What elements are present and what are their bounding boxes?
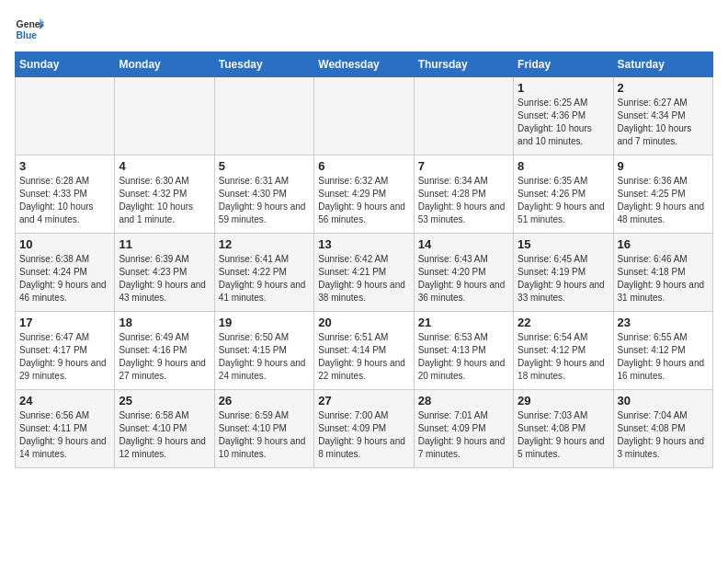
calendar-cell: 12Sunrise: 6:41 AM Sunset: 4:22 PM Dayli… <box>214 234 313 312</box>
calendar-cell: 10Sunrise: 6:38 AM Sunset: 4:24 PM Dayli… <box>16 234 115 312</box>
day-info: Sunrise: 7:00 AM Sunset: 4:09 PM Dayligh… <box>318 409 409 461</box>
week-row-5: 24Sunrise: 6:56 AM Sunset: 4:11 PM Dayli… <box>16 390 713 468</box>
calendar-cell: 1Sunrise: 6:25 AM Sunset: 4:36 PM Daylig… <box>514 77 613 155</box>
calendar-cell: 11Sunrise: 6:39 AM Sunset: 4:23 PM Dayli… <box>115 234 214 312</box>
day-number: 25 <box>119 394 210 408</box>
day-number: 13 <box>318 237 409 251</box>
calendar-cell: 8Sunrise: 6:35 AM Sunset: 4:26 PM Daylig… <box>514 155 613 234</box>
day-number: 10 <box>19 237 110 251</box>
day-info: Sunrise: 6:51 AM Sunset: 4:14 PM Dayligh… <box>318 331 409 383</box>
day-number: 28 <box>418 394 509 408</box>
logo-icon: General Blue <box>15 15 44 44</box>
calendar-cell: 19Sunrise: 6:50 AM Sunset: 4:15 PM Dayli… <box>214 312 313 390</box>
day-number: 14 <box>418 237 509 251</box>
calendar-cell: 28Sunrise: 7:01 AM Sunset: 4:09 PM Dayli… <box>414 390 513 468</box>
week-row-4: 17Sunrise: 6:47 AM Sunset: 4:17 PM Dayli… <box>16 312 713 390</box>
calendar-cell: 15Sunrise: 6:45 AM Sunset: 4:19 PM Dayli… <box>514 234 613 312</box>
day-info: Sunrise: 7:03 AM Sunset: 4:08 PM Dayligh… <box>518 409 609 461</box>
day-header-thursday: Thursday <box>414 52 513 77</box>
calendar-cell: 20Sunrise: 6:51 AM Sunset: 4:14 PM Dayli… <box>314 312 414 390</box>
day-number: 23 <box>618 316 709 329</box>
day-number: 7 <box>418 159 509 173</box>
day-info: Sunrise: 6:36 AM Sunset: 4:25 PM Dayligh… <box>618 175 709 226</box>
calendar-cell: 27Sunrise: 7:00 AM Sunset: 4:09 PM Dayli… <box>314 390 414 468</box>
calendar-cell <box>115 77 214 155</box>
day-info: Sunrise: 6:46 AM Sunset: 4:18 PM Dayligh… <box>618 253 709 304</box>
day-number: 2 <box>618 81 709 95</box>
day-header-wednesday: Wednesday <box>314 52 414 77</box>
day-header-friday: Friday <box>514 52 613 77</box>
calendar-cell: 18Sunrise: 6:49 AM Sunset: 4:16 PM Dayli… <box>115 312 214 390</box>
day-number: 17 <box>19 316 110 329</box>
day-number: 26 <box>219 394 310 408</box>
calendar-cell: 3Sunrise: 6:28 AM Sunset: 4:33 PM Daylig… <box>16 155 115 234</box>
day-info: Sunrise: 6:53 AM Sunset: 4:13 PM Dayligh… <box>418 331 509 383</box>
calendar-cell: 2Sunrise: 6:27 AM Sunset: 4:34 PM Daylig… <box>613 77 712 155</box>
calendar-cell: 17Sunrise: 6:47 AM Sunset: 4:17 PM Dayli… <box>16 312 115 390</box>
week-row-3: 10Sunrise: 6:38 AM Sunset: 4:24 PM Dayli… <box>16 234 713 312</box>
day-number: 24 <box>19 394 110 408</box>
calendar-table: SundayMondayTuesdayWednesdayThursdayFrid… <box>15 52 713 468</box>
day-info: Sunrise: 6:54 AM Sunset: 4:12 PM Dayligh… <box>518 331 609 383</box>
logo: General Blue <box>15 15 44 44</box>
calendar-cell: 6Sunrise: 6:32 AM Sunset: 4:29 PM Daylig… <box>314 155 414 234</box>
day-number: 3 <box>19 159 110 173</box>
week-row-1: 1Sunrise: 6:25 AM Sunset: 4:36 PM Daylig… <box>16 77 713 155</box>
calendar-cell: 29Sunrise: 7:03 AM Sunset: 4:08 PM Dayli… <box>514 390 613 468</box>
day-info: Sunrise: 6:35 AM Sunset: 4:26 PM Dayligh… <box>518 175 609 226</box>
day-info: Sunrise: 6:56 AM Sunset: 4:11 PM Dayligh… <box>19 409 110 461</box>
calendar-cell <box>314 77 414 155</box>
day-number: 5 <box>219 159 310 173</box>
calendar-cell: 9Sunrise: 6:36 AM Sunset: 4:25 PM Daylig… <box>613 155 712 234</box>
day-header-monday: Monday <box>115 52 214 77</box>
day-number: 30 <box>618 394 709 408</box>
day-number: 12 <box>219 237 310 251</box>
day-number: 19 <box>219 316 310 329</box>
day-number: 18 <box>119 316 210 329</box>
day-info: Sunrise: 6:50 AM Sunset: 4:15 PM Dayligh… <box>219 331 310 383</box>
calendar-cell <box>214 77 313 155</box>
day-header-tuesday: Tuesday <box>214 52 313 77</box>
calendar-cell: 24Sunrise: 6:56 AM Sunset: 4:11 PM Dayli… <box>16 390 115 468</box>
page-header: General Blue <box>15 15 713 44</box>
calendar-cell: 23Sunrise: 6:55 AM Sunset: 4:12 PM Dayli… <box>613 312 712 390</box>
calendar-cell: 5Sunrise: 6:31 AM Sunset: 4:30 PM Daylig… <box>214 155 313 234</box>
calendar-cell: 22Sunrise: 6:54 AM Sunset: 4:12 PM Dayli… <box>514 312 613 390</box>
day-info: Sunrise: 6:34 AM Sunset: 4:28 PM Dayligh… <box>418 175 509 226</box>
day-info: Sunrise: 6:49 AM Sunset: 4:16 PM Dayligh… <box>119 331 210 383</box>
day-info: Sunrise: 6:47 AM Sunset: 4:17 PM Dayligh… <box>19 331 110 383</box>
day-info: Sunrise: 7:01 AM Sunset: 4:09 PM Dayligh… <box>418 409 509 461</box>
week-row-2: 3Sunrise: 6:28 AM Sunset: 4:33 PM Daylig… <box>16 155 713 234</box>
day-number: 29 <box>518 394 609 408</box>
day-number: 16 <box>618 237 709 251</box>
day-number: 8 <box>518 159 609 173</box>
calendar-cell: 14Sunrise: 6:43 AM Sunset: 4:20 PM Dayli… <box>414 234 513 312</box>
day-info: Sunrise: 6:43 AM Sunset: 4:20 PM Dayligh… <box>418 253 509 304</box>
calendar-cell: 26Sunrise: 6:59 AM Sunset: 4:10 PM Dayli… <box>214 390 313 468</box>
day-info: Sunrise: 7:04 AM Sunset: 4:08 PM Dayligh… <box>618 409 709 461</box>
day-info: Sunrise: 6:31 AM Sunset: 4:30 PM Dayligh… <box>219 175 310 226</box>
calendar-cell: 25Sunrise: 6:58 AM Sunset: 4:10 PM Dayli… <box>115 390 214 468</box>
calendar-cell <box>16 77 115 155</box>
day-number: 6 <box>318 159 409 173</box>
day-info: Sunrise: 6:32 AM Sunset: 4:29 PM Dayligh… <box>318 175 409 226</box>
day-number: 21 <box>418 316 509 329</box>
day-header-sunday: Sunday <box>16 52 115 77</box>
calendar-cell: 16Sunrise: 6:46 AM Sunset: 4:18 PM Dayli… <box>613 234 712 312</box>
day-info: Sunrise: 6:42 AM Sunset: 4:21 PM Dayligh… <box>318 253 409 304</box>
calendar-cell: 13Sunrise: 6:42 AM Sunset: 4:21 PM Dayli… <box>314 234 414 312</box>
day-info: Sunrise: 6:58 AM Sunset: 4:10 PM Dayligh… <box>119 409 210 461</box>
day-info: Sunrise: 6:38 AM Sunset: 4:24 PM Dayligh… <box>19 253 110 304</box>
calendar-cell: 30Sunrise: 7:04 AM Sunset: 4:08 PM Dayli… <box>613 390 712 468</box>
day-info: Sunrise: 6:28 AM Sunset: 4:33 PM Dayligh… <box>19 175 110 226</box>
day-number: 15 <box>518 237 609 251</box>
calendar-cell <box>414 77 513 155</box>
day-number: 9 <box>618 159 709 173</box>
calendar-cell: 4Sunrise: 6:30 AM Sunset: 4:32 PM Daylig… <box>115 155 214 234</box>
day-number: 1 <box>518 81 609 95</box>
day-number: 4 <box>119 159 210 173</box>
header-row: SundayMondayTuesdayWednesdayThursdayFrid… <box>16 52 713 77</box>
day-info: Sunrise: 6:39 AM Sunset: 4:23 PM Dayligh… <box>119 253 210 304</box>
calendar-cell: 21Sunrise: 6:53 AM Sunset: 4:13 PM Dayli… <box>414 312 513 390</box>
svg-text:Blue: Blue <box>17 30 38 40</box>
